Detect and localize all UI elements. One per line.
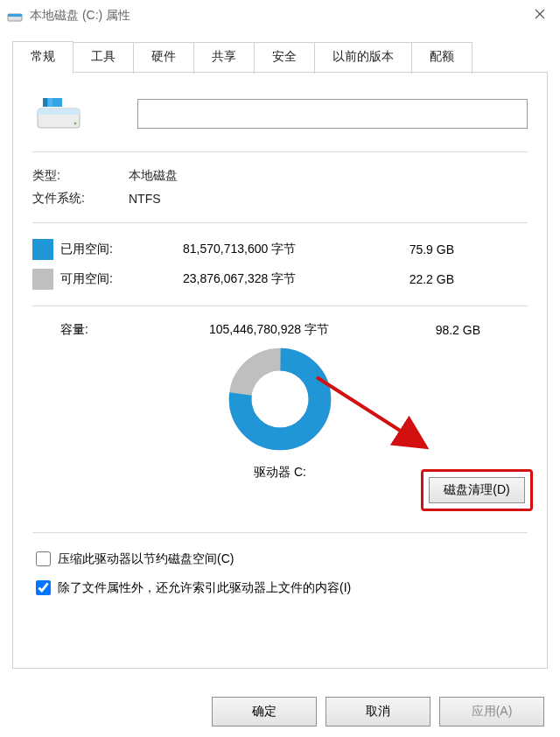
disk-cleanup-button[interactable]: 磁盘清理(D) <box>429 477 525 503</box>
separator <box>32 222 528 223</box>
free-swatch <box>32 269 53 290</box>
ok-button[interactable]: 确定 <box>212 697 317 726</box>
close-button[interactable] <box>520 0 560 28</box>
dialog-footer: 确定 取消 应用(A) <box>212 697 544 726</box>
type-label: 类型: <box>32 168 129 184</box>
drive-icon-small <box>7 8 23 24</box>
tab-sharing[interactable]: 共享 <box>193 42 255 74</box>
capacity-gb: 98.2 GB <box>402 323 480 337</box>
window-title: 本地磁盘 (C:) 属性 <box>30 8 130 24</box>
free-gb: 22.2 GB <box>375 272 454 286</box>
tab-security[interactable]: 安全 <box>254 42 315 74</box>
used-swatch <box>32 239 53 260</box>
used-gb: 75.9 GB <box>375 242 454 256</box>
compress-label: 压缩此驱动器以节约磁盘空间(C) <box>58 551 234 567</box>
tab-previous[interactable]: 以前的版本 <box>314 42 412 74</box>
separator <box>32 151 528 152</box>
used-label: 已用空间: <box>60 242 183 257</box>
annotation-arrow <box>312 373 452 469</box>
fs-value: NTFS <box>129 192 161 206</box>
svg-rect-5 <box>43 98 47 107</box>
usage-donut-chart <box>228 347 332 452</box>
tabs: 常规 工具 硬件 共享 安全 以前的版本 配额 <box>12 40 560 72</box>
index-label: 除了文件属性外，还允许索引此驱动器上文件的内容(I) <box>58 580 351 596</box>
general-panel: 类型: 本地磁盘 文件系统: NTFS 已用空间: 81,570,713,600… <box>12 72 548 669</box>
capacity-label: 容量: <box>32 322 209 338</box>
titlebar: 本地磁盘 (C:) 属性 <box>0 0 560 32</box>
fs-label: 文件系统: <box>32 191 129 207</box>
capacity-bytes: 105,446,780,928 字节 <box>209 322 402 338</box>
used-bytes: 81,570,713,600 字节 <box>183 242 375 257</box>
svg-point-7 <box>74 123 77 125</box>
drive-icon <box>32 92 85 136</box>
tab-quota[interactable]: 配额 <box>411 42 472 74</box>
free-label: 可用空间: <box>60 271 183 287</box>
svg-rect-3 <box>38 109 80 115</box>
compress-checkbox[interactable] <box>36 551 51 566</box>
cleanup-highlight: 磁盘清理(D) <box>421 469 533 511</box>
svg-rect-1 <box>8 14 22 17</box>
index-checkbox[interactable] <box>36 580 51 595</box>
drive-name-input[interactable] <box>137 99 528 129</box>
separator <box>32 305 528 306</box>
tab-tools[interactable]: 工具 <box>73 42 134 74</box>
tab-hardware[interactable]: 硬件 <box>133 42 194 74</box>
separator <box>32 532 528 533</box>
cancel-button[interactable]: 取消 <box>326 697 430 726</box>
free-bytes: 23,876,067,328 字节 <box>183 271 375 287</box>
tab-general[interactable]: 常规 <box>12 41 74 73</box>
svg-line-10 <box>317 377 426 447</box>
apply-button[interactable]: 应用(A) <box>439 697 544 726</box>
svg-rect-6 <box>48 98 52 107</box>
type-value: 本地磁盘 <box>129 168 178 184</box>
